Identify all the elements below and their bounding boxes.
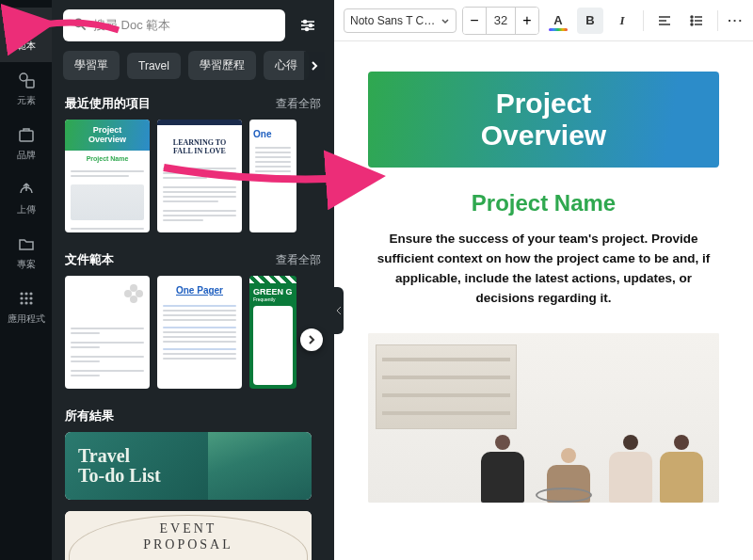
rail-label: 上傳: [17, 203, 36, 216]
svg-point-11: [24, 301, 27, 304]
toolbar-separator: [643, 10, 644, 31]
svg-point-7: [20, 296, 23, 299]
svg-point-21: [691, 16, 693, 18]
align-button[interactable]: [651, 8, 678, 34]
thumb-subtitle: Project Name: [65, 155, 150, 162]
side-rail: 範本 元素 品牌 上傳 專案 應用程式: [0, 0, 52, 560]
rail-brand[interactable]: 品牌: [0, 117, 52, 171]
rail-label: 應用程式: [8, 312, 45, 326]
project-name-heading[interactable]: Project Name: [368, 190, 719, 216]
chip[interactable]: Travel: [127, 53, 181, 79]
apps-icon: [16, 288, 37, 309]
chevron-right-icon: [309, 60, 320, 72]
template-thumb[interactable]: One Pager: [157, 276, 242, 389]
rail-apps[interactable]: 應用程式: [0, 280, 52, 335]
chevron-down-icon: [441, 16, 450, 25]
thumb-title: GREEN G: [249, 283, 296, 296]
sliders-icon: [298, 16, 317, 35]
chip[interactable]: 學習單: [63, 51, 120, 80]
font-size-value[interactable]: 32: [486, 8, 516, 34]
thumbs-next-button[interactable]: [300, 328, 323, 351]
svg-rect-3: [20, 131, 33, 141]
rail-label: 元素: [17, 94, 36, 107]
rail-elements[interactable]: 元素: [0, 62, 52, 117]
chip[interactable]: 學習歷程: [188, 51, 256, 80]
template-thumb[interactable]: One: [249, 120, 296, 232]
svg-point-14: [304, 21, 307, 24]
svg-rect-0: [19, 18, 34, 33]
doc-template-thumbnails: CreativeBrief One Pager GREEN GFrequentl…: [52, 276, 334, 404]
chevron-right-icon: [306, 334, 317, 345]
brand-icon: [16, 124, 37, 145]
template-panel: 搜尋 Doc 範本 學習單 Travel 學習歷程 心得 最近使用的項目 查看全…: [52, 0, 334, 560]
template-thumb[interactable]: GREEN GFrequently: [249, 276, 296, 389]
list-button[interactable]: [683, 8, 710, 34]
svg-point-17: [130, 284, 137, 292]
font-size-stepper: − 32 +: [462, 7, 539, 35]
italic-button[interactable]: I: [609, 8, 635, 34]
elements-icon: [16, 70, 37, 90]
see-all-button[interactable]: 查看全部: [276, 96, 321, 112]
svg-point-23: [691, 24, 693, 25]
see-all-button[interactable]: 查看全部: [276, 252, 321, 268]
thumb-title: One Pager: [157, 276, 242, 299]
section-title: 文件範本: [65, 251, 114, 268]
svg-point-16: [306, 28, 309, 31]
text-toolbar: Noto Sans T Chin… − 32 + A B I ···: [334, 0, 753, 41]
section-title: 所有結果: [65, 408, 114, 424]
svg-rect-2: [26, 80, 34, 88]
thumb-title: One: [249, 120, 296, 141]
list-icon: [689, 13, 704, 28]
filter-chips: 學習單 Travel 學習歷程 心得: [52, 49, 334, 91]
svg-point-19: [124, 290, 132, 297]
toolbar-separator: [717, 10, 718, 31]
thumb-title: Project Overview: [65, 120, 150, 151]
canvas-area: Noto Sans T Chin… − 32 + A B I ··· Proje…: [334, 0, 753, 560]
flower-icon: [123, 283, 144, 304]
section-title: 最近使用的項目: [65, 95, 151, 112]
font-name: Noto Sans T Chin…: [350, 14, 437, 27]
recent-thumbnails: Project Overview Project Name LEARNING T…: [52, 120, 334, 248]
align-left-icon: [657, 13, 672, 28]
template-thumb[interactable]: Travel To-do List: [65, 432, 312, 500]
search-icon: [72, 17, 88, 35]
more-button[interactable]: ···: [728, 13, 744, 27]
svg-point-9: [29, 296, 32, 299]
rail-upload[interactable]: 上傳: [0, 171, 52, 226]
svg-point-8: [24, 296, 27, 299]
chip[interactable]: 心得: [264, 51, 309, 80]
thumb-title: Travel To-do List: [65, 432, 213, 500]
font-select[interactable]: Noto Sans T Chin…: [344, 8, 457, 33]
banner-heading[interactable]: Project Overview: [368, 72, 719, 168]
svg-point-10: [20, 301, 23, 304]
chevron-left-icon: [336, 306, 342, 315]
svg-point-12: [29, 301, 32, 304]
chips-next-button[interactable]: [304, 52, 325, 80]
thumb-title: Creative: [72, 285, 111, 298]
rail-templates[interactable]: 範本: [0, 8, 52, 62]
svg-point-13: [74, 19, 82, 26]
template-thumb[interactable]: EVENT PROPOSAL: [65, 511, 312, 560]
template-thumb[interactable]: Project Overview Project Name: [65, 120, 150, 232]
rail-label: 品牌: [17, 149, 36, 162]
project-description[interactable]: Ensure the success of your team's projec…: [368, 230, 719, 309]
document-image[interactable]: [368, 333, 719, 503]
search-placeholder: 搜尋 Doc 範本: [93, 17, 170, 34]
thumb-title: LEARNING TO FALL IN LOVE: [157, 125, 242, 159]
text-color-button[interactable]: A: [545, 8, 571, 34]
template-thumb[interactable]: LEARNING TO FALL IN LOVE: [157, 120, 242, 232]
decrease-size-button[interactable]: −: [463, 8, 486, 34]
template-thumb[interactable]: CreativeBrief: [65, 276, 150, 389]
filter-button[interactable]: [293, 10, 323, 40]
increase-size-button[interactable]: +: [516, 8, 538, 34]
upload-icon: [16, 179, 37, 200]
search-input[interactable]: 搜尋 Doc 範本: [63, 9, 285, 41]
rail-label: 範本: [17, 40, 36, 53]
svg-point-4: [20, 292, 23, 295]
rail-projects[interactable]: 專案: [0, 226, 52, 280]
document-canvas[interactable]: Project Overview Project Name Ensure the…: [334, 41, 753, 560]
panel-collapse-handle[interactable]: [334, 287, 344, 334]
projects-icon: [16, 233, 37, 254]
svg-point-5: [24, 292, 27, 295]
bold-button[interactable]: B: [577, 8, 603, 34]
